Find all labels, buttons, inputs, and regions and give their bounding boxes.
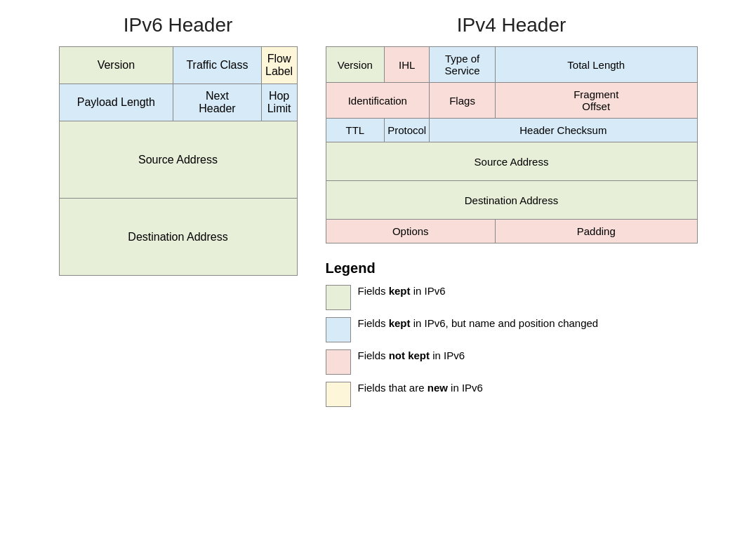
- ipv4-version: Version: [326, 47, 385, 83]
- ipv4-row-4: Source Address: [326, 142, 697, 181]
- ipv4-identification: Identification: [326, 83, 430, 119]
- legend-text-kept-changed: Fields kept in IPv6, but name and positi…: [358, 316, 599, 330]
- ipv6-table: Version Traffic Class Flow Label Payload…: [59, 46, 298, 276]
- ipv4-table: Version IHL Type ofService Total Length …: [326, 46, 698, 243]
- legend-box-kept: [326, 285, 351, 310]
- ipv4-row-1: Version IHL Type ofService Total Length: [326, 47, 697, 83]
- ipv6-row-2: Payload Length NextHeader HopLimit: [59, 84, 297, 121]
- legend-box-kept-changed: [326, 317, 351, 342]
- ipv6-title: IPv6 Header: [124, 14, 233, 36]
- ipv4-fragment-offset: FragmentOffset: [495, 83, 697, 119]
- ipv6-next-header: NextHeader: [173, 84, 261, 121]
- legend-item-kept-changed: Fields kept in IPv6, but name and positi…: [326, 316, 698, 342]
- legend-item-not-kept: Fields not kept in IPv6: [326, 348, 698, 375]
- legend-item-kept: Fields kept in IPv6: [326, 283, 698, 310]
- legend-box-new: [326, 382, 351, 407]
- ipv6-row-3: Source Address: [59, 121, 297, 199]
- legend-text-new: Fields that are new in IPv6: [358, 380, 483, 395]
- ipv4-total-length: Total Length: [495, 47, 697, 83]
- main-container: IPv6 Header Version Traffic Class Flow L…: [14, 14, 742, 413]
- ipv6-section: IPv6 Header Version Traffic Class Flow L…: [59, 14, 298, 276]
- ipv4-ihl: IHL: [385, 47, 430, 83]
- legend: Legend Fields kept in IPv6 Fields kept i…: [326, 260, 698, 413]
- ipv6-row-4: Destination Address: [59, 199, 297, 276]
- ipv6-payload-length: Payload Length: [59, 84, 173, 121]
- ipv4-flags: Flags: [430, 83, 496, 119]
- ipv4-row-2: Identification Flags FragmentOffset: [326, 83, 697, 119]
- ipv4-destination-address: Destination Address: [326, 181, 697, 220]
- ipv4-protocol: Protocol: [385, 119, 430, 142]
- legend-box-not-kept: [326, 349, 351, 375]
- ipv6-destination-address: Destination Address: [59, 199, 297, 276]
- ipv6-hop-limit: HopLimit: [261, 84, 297, 121]
- ipv4-type-of-service: Type ofService: [430, 47, 496, 83]
- ipv6-flow-label: Flow Label: [261, 47, 297, 84]
- ipv4-row-6: Options Padding: [326, 220, 697, 243]
- ipv4-title: IPv4 Header: [457, 14, 566, 36]
- ipv6-traffic-class: Traffic Class: [173, 47, 261, 84]
- ipv6-version: Version: [59, 47, 173, 84]
- ipv4-padding: Padding: [495, 220, 697, 243]
- legend-text-not-kept: Fields not kept in IPv6: [358, 348, 465, 363]
- legend-title: Legend: [326, 260, 698, 276]
- ipv4-header-checksum: Header Checksum: [430, 119, 697, 142]
- ipv6-row-1: Version Traffic Class Flow Label: [59, 47, 297, 84]
- ipv4-options: Options: [326, 220, 495, 243]
- legend-item-new: Fields that are new in IPv6: [326, 380, 698, 407]
- ipv4-section: IPv4 Header Version IHL Type ofService T…: [326, 14, 698, 413]
- ipv4-ttl: TTL: [326, 119, 385, 142]
- ipv4-row-3: TTL Protocol Header Checksum: [326, 119, 697, 142]
- ipv4-source-address: Source Address: [326, 142, 697, 181]
- legend-text-kept: Fields kept in IPv6: [358, 283, 446, 298]
- ipv4-row-5: Destination Address: [326, 181, 697, 220]
- ipv6-source-address: Source Address: [59, 121, 297, 199]
